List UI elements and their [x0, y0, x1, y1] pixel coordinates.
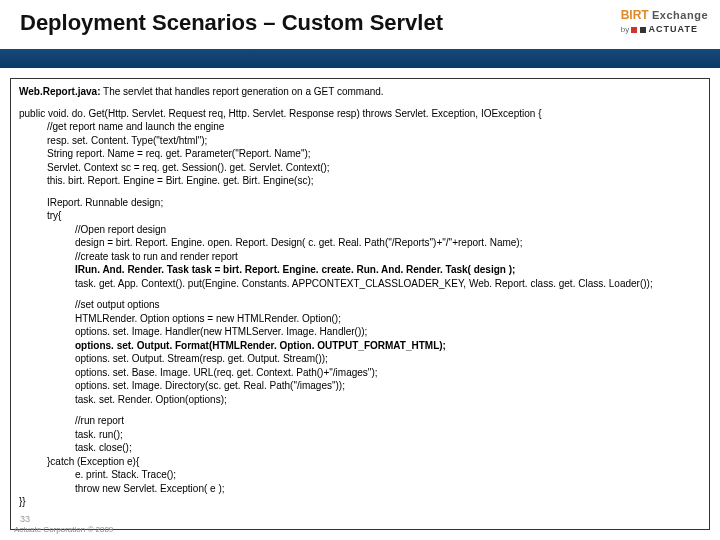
code-line: public void. do. Get(Http. Servlet. Requ… — [19, 108, 541, 119]
code-line: options. set. Output. Stream(resp. get. … — [19, 352, 701, 366]
code-line: String report. Name = req. get. Paramete… — [19, 147, 701, 161]
brand-birt-exchange: BIRT Exchange — [621, 8, 708, 22]
code-line: IReport. Runnable design; — [19, 196, 701, 210]
page-title: Deployment Scenarios – Custom Servlet — [20, 10, 700, 36]
code-line: design = birt. Report. Engine. open. Rep… — [19, 236, 701, 250]
code-line: //run report — [19, 414, 701, 428]
code-block: public void. do. Get(Http. Servlet. Requ… — [19, 107, 701, 509]
code-line: //get report name and launch the engine — [19, 120, 701, 134]
code-line: options. set. Base. Image. URL(req. get.… — [19, 366, 701, 380]
code-line: resp. set. Content. Type("text/html"); — [19, 134, 701, 148]
brand-block: BIRT Exchange by ACTUATE — [621, 8, 708, 34]
code-line: }} — [19, 496, 26, 507]
code-line: e. print. Stack. Trace(); — [19, 468, 701, 482]
code-line: //Open report design — [19, 223, 701, 237]
description-text: The servlet that handles report generati… — [101, 86, 384, 97]
actuate-logo-dark — [640, 27, 646, 33]
code-line: throw new Servlet. Exception( e ); — [19, 482, 701, 496]
code-line: this. birt. Report. Engine = Birt. Engin… — [19, 174, 701, 188]
code-line: options. set. Output. Format(HTMLRender.… — [19, 339, 701, 353]
brand-exchange: Exchange — [652, 9, 708, 21]
code-line: task. run(); — [19, 428, 701, 442]
code-line: task. get. App. Context(). put(Engine. C… — [19, 277, 701, 291]
brand-by-line: by ACTUATE — [621, 24, 708, 34]
code-line: try{ — [19, 209, 701, 223]
code-line: Servlet. Context sc = req. get. Session(… — [19, 161, 701, 175]
code-line: //set output options — [19, 298, 701, 312]
code-line: HTMLRender. Option options = new HTMLRen… — [19, 312, 701, 326]
code-line: }catch (Exception e){ — [19, 455, 701, 469]
slide-header: Deployment Scenarios – Custom Servlet BI… — [0, 0, 720, 68]
brand-birt: BIRT — [621, 8, 649, 22]
brand-by: by — [621, 25, 629, 34]
content-box: Web.Report.java: The servlet that handle… — [10, 78, 710, 530]
actuate-logo-red — [631, 27, 637, 33]
code-line: task. close(); — [19, 441, 701, 455]
code-line: //create task to run and render report — [19, 250, 701, 264]
description-line: Web.Report.java: The servlet that handle… — [19, 85, 701, 99]
page-number: 33 — [20, 514, 30, 524]
code-line: task. set. Render. Option(options); — [19, 393, 701, 407]
code-line: options. set. Image. Directory(sc. get. … — [19, 379, 701, 393]
code-line: IRun. And. Render. Task task = birt. Rep… — [19, 263, 701, 277]
footer-copyright: Actuate Corporation © 2009 — [14, 525, 113, 534]
filename-label: Web.Report.java: — [19, 86, 101, 97]
code-line: options. set. Image. Handler(new HTMLSer… — [19, 325, 701, 339]
brand-actuate: ACTUATE — [649, 24, 698, 34]
